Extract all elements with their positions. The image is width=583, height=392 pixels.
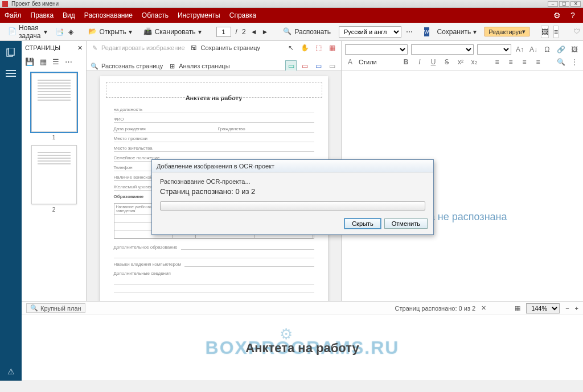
edit-image-label: Редактировать изображение xyxy=(101,44,185,51)
underline-icon[interactable]: U xyxy=(428,57,438,67)
menu-edit[interactable]: Правка xyxy=(31,11,54,19)
table-area-icon[interactable]: ▦ xyxy=(326,42,338,53)
menu-help[interactable]: Справка xyxy=(229,11,256,19)
image-insert-icon[interactable]: 🖼 xyxy=(569,44,580,55)
picture-area-icon[interactable]: ▭ xyxy=(299,60,310,72)
page-thumbnail-2[interactable] xyxy=(31,145,77,204)
status-close-icon[interactable]: ✕ xyxy=(481,304,486,312)
svg-rect-1 xyxy=(9,48,14,55)
close-button[interactable]: ✕ xyxy=(570,1,581,7)
pages-panel-title: СТРАНИЦЫ xyxy=(25,44,60,51)
list-rail-icon[interactable] xyxy=(5,67,17,80)
italic-icon[interactable]: I xyxy=(414,57,425,67)
save-thumb-icon[interactable]: 💾 xyxy=(25,57,34,66)
language-more-icon[interactable]: ⋯ xyxy=(406,27,413,36)
select-area-icon[interactable]: ⬚ xyxy=(313,42,324,53)
selection-box[interactable] xyxy=(106,82,322,98)
thumb-label-1: 1 xyxy=(26,134,81,141)
list-view-icon[interactable]: ☰ xyxy=(52,57,59,66)
scan-button[interactable]: 📠Сканировать▾ xyxy=(140,26,205,38)
minimize-button[interactable]: – xyxy=(548,1,558,7)
pages-panel-close-icon[interactable]: ✕ xyxy=(77,44,83,52)
font-family-select[interactable] xyxy=(345,44,408,55)
preview-zoom-in-icon[interactable]: + xyxy=(575,305,578,312)
dialog-hide-button[interactable]: Скрыть xyxy=(344,218,381,229)
preview-zoom-select[interactable]: 144% xyxy=(526,303,560,313)
field-fio: ФИО xyxy=(114,117,124,122)
layout-text-button[interactable]: ≡ xyxy=(553,26,559,38)
align-left-icon[interactable]: ≡ xyxy=(492,57,502,67)
font-size-select[interactable] xyxy=(477,44,511,55)
text-area-icon[interactable]: ▭ xyxy=(285,60,297,72)
styles-label: Стили xyxy=(359,59,377,65)
open-button[interactable]: 📂Открыть▾ xyxy=(85,26,136,38)
language-select[interactable]: Русский и англ xyxy=(339,26,401,38)
styles-icon[interactable]: A xyxy=(345,57,355,67)
edit-image-button[interactable]: ✎Редактировать изображение xyxy=(90,43,185,52)
menu-view[interactable]: Вид xyxy=(63,11,75,19)
closeup-button[interactable]: 🔍Крупный план xyxy=(26,303,85,313)
progress-bar xyxy=(160,201,425,211)
save-label: Сохранить xyxy=(437,28,471,36)
progress-dialog: Добавление изображения в OCR-проект Расп… xyxy=(151,159,434,235)
background-area-icon[interactable]: ▭ xyxy=(326,60,338,72)
word-icon: W xyxy=(424,27,429,36)
preview-grid-icon[interactable]: ▦ xyxy=(515,304,520,312)
strike-icon[interactable]: S̶ xyxy=(442,57,452,67)
maximize-button[interactable]: ▢ xyxy=(559,1,569,7)
thumb-more-icon[interactable]: ⋯ xyxy=(65,57,72,66)
align-center-icon[interactable]: ≡ xyxy=(506,57,516,67)
menu-recognize[interactable]: Распознавание xyxy=(84,11,133,19)
field-citizen: Гражданство xyxy=(218,126,245,131)
recognize-button[interactable]: 🔍Распознать xyxy=(280,26,334,38)
page-number-input[interactable] xyxy=(216,27,231,37)
search-text-icon[interactable]: 🔍 xyxy=(556,57,566,67)
pointer-tool-icon[interactable]: ↖ xyxy=(285,42,297,53)
layout-image-button[interactable]: 🖼 xyxy=(541,26,549,38)
text-more-icon[interactable]: ⋮ xyxy=(569,57,580,67)
preview-zoom-out-icon[interactable]: − xyxy=(565,305,569,312)
menu-tools[interactable]: Инструменты xyxy=(178,11,220,19)
subscript-icon[interactable]: x₂ xyxy=(469,57,479,67)
grid-view-icon[interactable]: ▦ xyxy=(40,57,47,66)
link-icon[interactable]: 🔗 xyxy=(556,44,566,55)
field-birth: Дата рождения xyxy=(114,126,146,131)
preview-body[interactable]: ⚙ Анктета на работу BOXPROGRAMS.RU xyxy=(22,315,583,381)
warning-icon[interactable]: ⚠ xyxy=(7,367,15,376)
layers-icon[interactable]: ◈ xyxy=(68,27,73,36)
save-button[interactable]: Сохранить▾ xyxy=(434,27,481,37)
verify-button[interactable]: 🛡Проверка xyxy=(570,26,583,38)
superscript-icon[interactable]: x² xyxy=(455,57,466,67)
edit-mode-button[interactable]: Редактирув▾ xyxy=(485,27,529,36)
dialog-cancel-button[interactable]: Отменить xyxy=(384,218,428,229)
scan-label: Сканировать xyxy=(155,28,196,36)
prev-page-icon[interactable]: ◄ xyxy=(251,27,257,36)
font-style-select[interactable] xyxy=(411,44,474,55)
bold-icon[interactable]: B xyxy=(401,57,411,67)
help-icon[interactable]: ? xyxy=(567,10,578,21)
recognize-page-button[interactable]: 🔍Распознать страницу xyxy=(90,61,163,71)
section-extra: Дополнительное образование xyxy=(114,245,178,250)
status-bar xyxy=(0,381,583,392)
barcode-area-icon[interactable]: ▭ xyxy=(313,60,324,72)
closeup-label: Крупный план xyxy=(40,305,81,312)
settings-icon[interactable]: ⚙ xyxy=(551,10,563,21)
hand-tool-icon[interactable]: ✋ xyxy=(299,42,310,53)
new-task-button[interactable]: 📄Новая задача▾ xyxy=(5,23,51,41)
pages-rail-icon[interactable] xyxy=(5,47,17,59)
align-justify-icon[interactable]: ≡ xyxy=(533,57,543,67)
font-shrink-icon[interactable]: A↓ xyxy=(528,44,539,55)
window-title: Проект без имени xyxy=(11,1,548,7)
menu-file[interactable]: Файл xyxy=(5,11,22,19)
bottom-preview-panel: 🔍Крупный план Страниц распознано: 0 из 2… xyxy=(22,301,583,381)
font-grow-icon[interactable]: A↑ xyxy=(515,44,525,55)
omega-icon[interactable]: Ω xyxy=(542,44,552,55)
save-page-button[interactable]: 🖫Сохранить страницу xyxy=(190,43,261,52)
page-thumbnail-1[interactable] xyxy=(31,73,77,132)
menu-area[interactable]: Область xyxy=(142,11,169,19)
add-page-icon[interactable]: 📑 xyxy=(55,27,64,36)
next-page-icon[interactable]: ► xyxy=(262,27,269,36)
analyze-page-button[interactable]: ⊞Анализ страницы xyxy=(167,61,229,71)
align-right-icon[interactable]: ≡ xyxy=(519,57,529,67)
field-position: на должность xyxy=(114,107,143,112)
